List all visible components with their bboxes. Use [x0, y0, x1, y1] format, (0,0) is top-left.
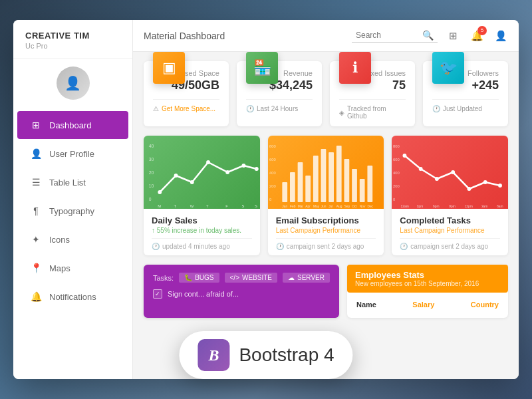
svg-rect-25 [290, 172, 295, 202]
daily-sales-chart: 40 30 20 10 0 [144, 136, 260, 209]
svg-rect-26 [297, 162, 303, 202]
clock-icon: 🕐 [432, 105, 440, 112]
chart-card-daily-sales: 40 30 20 10 0 [144, 136, 260, 255]
svg-text:Sep: Sep [344, 205, 350, 208]
svg-text:30: 30 [149, 157, 154, 162]
bugs-label: BUGS [195, 274, 213, 281]
search-wrap: 🔍 [352, 29, 438, 43]
footer-text: campaign sent 2 days ago [410, 243, 488, 250]
website-label: WEBSITE [242, 274, 272, 281]
svg-point-53 [403, 154, 407, 158]
footer-text: campaign sent 2 days ago [287, 243, 364, 250]
svg-text:Nov: Nov [359, 205, 365, 208]
svg-text:12pm: 12pm [465, 205, 473, 208]
notification-badge: 5 [477, 26, 487, 35]
svg-text:6pm: 6pm [433, 205, 439, 208]
charts-row: 40 30 20 10 0 [144, 136, 508, 255]
stat-card-followers: 🐦 Followers +245 🕐 Just Updated [423, 61, 508, 126]
bootstrap-icon: B [198, 339, 229, 371]
bottom-row: Tasks: 🐛 BUGS </> WEBSITE ☁ SERVER [144, 265, 508, 318]
svg-point-6 [174, 174, 178, 178]
sidebar-item-user-profile[interactable]: 👤 User Profile [17, 140, 128, 168]
grid-icon[interactable]: ⊞ [446, 29, 460, 43]
chart-footer: 🕐 updated 4 minutes ago [152, 238, 252, 250]
svg-point-56 [452, 170, 456, 174]
dashboard-window: CREATIVE TIM Uc Pro 👤 ⊞ Dashboard 👤 User… [13, 20, 519, 379]
svg-rect-34 [359, 179, 364, 202]
search-button[interactable]: 🔍 [422, 30, 434, 41]
icons-icon: ✦ [29, 233, 43, 246]
line-chart-svg-2: 800 600 400 200 0 [392, 136, 508, 209]
svg-point-8 [206, 160, 210, 164]
footer-text: Tracked from Github [347, 105, 406, 120]
user-menu-icon[interactable]: 👤 [493, 29, 508, 43]
server-label: SERVER [297, 274, 325, 281]
employees-header: Employees Stats New employees on 15th Se… [347, 265, 508, 293]
stat-icon-fixed-issues: ℹ [339, 52, 371, 84]
svg-text:Dec: Dec [367, 205, 373, 208]
svg-text:200: 200 [393, 184, 400, 188]
clock-icon: 🕐 [400, 243, 408, 250]
typography-icon: ¶ [29, 204, 43, 217]
svg-text:6am: 6am [497, 205, 503, 208]
search-input[interactable] [356, 31, 422, 40]
bug-icon: 🐛 [184, 274, 192, 281]
topbar: Material Dashboard 🔍 ⊞ 🔔 5 👤 [133, 20, 519, 52]
svg-text:800: 800 [269, 144, 276, 148]
footer-text: Just Updated [443, 105, 482, 112]
svg-text:W: W [190, 204, 194, 208]
github-icon: ◈ [339, 109, 344, 116]
svg-text:T: T [174, 204, 177, 208]
svg-text:S: S [255, 204, 257, 208]
sidebar-item-label: Maps [49, 263, 70, 273]
avatar: 👤 [57, 66, 90, 100]
bell-icon[interactable]: 🔔 5 [469, 29, 484, 43]
stat-footer: ⚠ Get More Space... [153, 99, 219, 112]
main-content: Material Dashboard 🔍 ⊞ 🔔 5 👤 ▣ [133, 20, 519, 379]
employees-subtitle: New employees on 15th September, 2016 [355, 280, 500, 287]
svg-rect-33 [352, 169, 357, 202]
table-icon: ☰ [29, 176, 43, 189]
svg-text:12am: 12am [401, 205, 409, 208]
svg-rect-27 [305, 176, 311, 202]
employees-title: Employees Stats [355, 270, 500, 280]
svg-text:Aug: Aug [336, 205, 342, 208]
svg-point-7 [190, 180, 194, 184]
svg-text:M: M [158, 204, 161, 208]
chart-footer: 🕐 campaign sent 2 days ago [276, 238, 376, 250]
chart-title: Email Subscriptions [276, 215, 376, 225]
svg-text:T: T [206, 204, 209, 208]
svg-text:400: 400 [269, 171, 276, 175]
clock-icon: 🕐 [152, 243, 160, 250]
stat-icon-revenue: 🏪 [246, 52, 278, 84]
svg-text:Jan: Jan [282, 205, 287, 208]
col-country: Country [471, 301, 499, 309]
svg-text:Apr: Apr [305, 205, 311, 208]
tasks-card: Tasks: 🐛 BUGS </> WEBSITE ☁ SERVER [144, 265, 339, 318]
website-tag[interactable]: </> WEBSITE [225, 273, 277, 283]
sidebar-item-maps[interactable]: 📍 Maps [17, 254, 128, 282]
stats-row: ▣ Used Space 49/50GB ⚠ Get More Space...… [144, 61, 508, 126]
svg-point-11 [255, 167, 259, 171]
chart-body: Email Subscriptions Last Campaign Perfor… [268, 209, 384, 255]
tasks-label: Tasks: [153, 274, 174, 282]
task-checkbox[interactable]: ✓ [153, 289, 162, 299]
svg-text:9pm: 9pm [450, 205, 456, 208]
sidebar-item-dashboard[interactable]: ⊞ Dashboard [17, 111, 128, 139]
col-name: Name [356, 301, 376, 309]
line-chart-svg: 40 30 20 10 0 [144, 136, 260, 209]
bugs-tag[interactable]: 🐛 BUGS [179, 273, 219, 283]
svg-text:Jul: Jul [329, 205, 332, 208]
clock-icon: 🕐 [246, 105, 254, 112]
sidebar-item-icons[interactable]: ✦ Icons [17, 225, 128, 253]
sidebar-item-table-list[interactable]: ☰ Table List [17, 168, 128, 196]
sidebar-item-typography[interactable]: ¶ Typography [17, 197, 128, 225]
svg-rect-29 [321, 149, 326, 202]
svg-point-5 [158, 190, 162, 194]
code-icon: </> [230, 274, 239, 281]
svg-text:10: 10 [149, 184, 154, 188]
server-tag[interactable]: ☁ SERVER [283, 273, 330, 283]
svg-rect-35 [367, 166, 372, 202]
chart-subtitle: ↑ 55% increase in today sales. [152, 227, 252, 234]
sidebar-item-notifications[interactable]: 🔔 Notifications [17, 283, 128, 311]
